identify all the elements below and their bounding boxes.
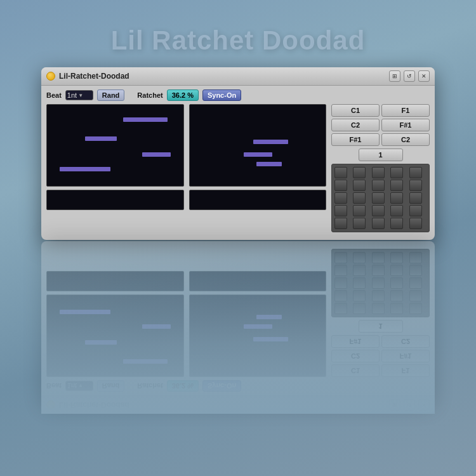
pad-8[interactable] [390, 290, 403, 301]
pad-9[interactable] [409, 180, 422, 191]
pad-23[interactable] [390, 218, 403, 229]
beat-piano-roll[interactable] [46, 294, 184, 377]
ratchet-bottom-bar [189, 271, 327, 291]
minimize-button[interactable]: ⊞ [389, 399, 400, 411]
pad-14[interactable] [409, 277, 422, 289]
single-btn-wrapper: 1 [331, 149, 430, 161]
note-btn-f1[interactable]: F1 [381, 364, 430, 377]
percentage-button[interactable]: 36.2 % [167, 380, 199, 392]
ratchet-note-bar [244, 324, 272, 329]
beat-note-bar [85, 136, 117, 141]
pad-15[interactable] [334, 265, 347, 276]
pad-5[interactable] [334, 180, 347, 191]
pad-1[interactable] [353, 303, 366, 314]
pad-4[interactable] [409, 167, 422, 178]
pad-20[interactable] [334, 252, 347, 263]
minimize-button[interactable]: ⊞ [389, 70, 400, 82]
note-btn-fsharp1-a[interactable]: F#1 [381, 119, 430, 131]
refresh-button[interactable]: ↺ [404, 70, 415, 82]
pad-8[interactable] [390, 180, 403, 191]
app-title: Lil Ratchet Doodad [111, 25, 366, 56]
rand-button[interactable]: Rand [97, 380, 125, 392]
pad-16[interactable] [353, 205, 366, 216]
note-btn-c2-b[interactable]: C2 [381, 133, 430, 146]
ratchet-section: Ratchet 36.2 % Sync-On [137, 89, 241, 101]
beat-bottom-bar [46, 190, 184, 210]
pad-5[interactable] [334, 290, 347, 301]
pad-17[interactable] [372, 205, 385, 216]
pad-23[interactable] [390, 252, 403, 263]
pad-22[interactable] [372, 252, 385, 263]
pad-20[interactable] [334, 218, 347, 229]
pad-13[interactable] [390, 277, 403, 289]
sync-button[interactable]: Sync-On [202, 380, 241, 392]
rand-button[interactable]: Rand [97, 89, 125, 101]
pad-12[interactable] [372, 192, 385, 204]
pad-7[interactable] [372, 180, 385, 191]
pad-0[interactable] [334, 303, 347, 314]
beat-panel [46, 271, 184, 377]
pad-16[interactable] [353, 265, 366, 276]
pad-17[interactable] [372, 265, 385, 276]
pad-21[interactable] [353, 252, 366, 263]
pad-4[interactable] [409, 303, 422, 314]
pad-9[interactable] [409, 290, 422, 301]
pad-10[interactable] [334, 192, 347, 204]
pad-13[interactable] [390, 192, 403, 204]
note-btn-fsharp1-b[interactable]: F#1 [331, 335, 380, 348]
pad-18[interactable] [390, 265, 403, 276]
pad-11[interactable] [353, 277, 366, 289]
pad-11[interactable] [353, 192, 366, 204]
pad-19[interactable] [409, 205, 422, 216]
pad-6[interactable] [353, 180, 366, 191]
pad-24[interactable] [409, 252, 422, 263]
pad-2[interactable] [372, 167, 385, 178]
single-button[interactable]: 1 [359, 320, 403, 333]
note-btn-c2-b[interactable]: C2 [381, 335, 430, 348]
beat-dropdown[interactable]: 1nt ▼ [65, 381, 93, 391]
close-button[interactable]: ✕ [418, 399, 430, 411]
pad-19[interactable] [409, 265, 422, 276]
beat-piano-roll[interactable] [46, 104, 184, 187]
ratchet-note-bar [256, 315, 282, 319]
pad-3[interactable] [390, 303, 403, 314]
beat-dropdown[interactable]: 1nt ▼ [65, 90, 93, 100]
beat-panel [46, 104, 184, 210]
beat-dropdown-value: 1nt [67, 91, 77, 99]
note-btn-fsharp1-a[interactable]: F#1 [381, 350, 430, 362]
pad-18[interactable] [390, 205, 403, 216]
percentage-button[interactable]: 36.2 % [167, 89, 199, 101]
pad-7[interactable] [372, 290, 385, 301]
ratchet-panel [189, 271, 327, 377]
single-button[interactable]: 1 [359, 149, 403, 161]
note-btn-c1[interactable]: C1 [331, 104, 380, 117]
note-btn-c1[interactable]: C1 [331, 364, 380, 377]
pad-24[interactable] [409, 218, 422, 229]
pad-21[interactable] [353, 218, 366, 229]
ratchet-piano-roll[interactable] [189, 104, 327, 187]
beat-note-bar [123, 117, 168, 122]
refresh-button[interactable]: ↺ [404, 399, 415, 411]
note-btn-f1[interactable]: F1 [381, 104, 430, 117]
close-button[interactable]: ✕ [418, 70, 430, 82]
dropdown-arrow-icon: ▼ [78, 93, 83, 98]
pad-12[interactable] [372, 277, 385, 289]
pad-6[interactable] [353, 290, 366, 301]
note-btn-c2[interactable]: C2 [331, 119, 380, 131]
pad-3[interactable] [390, 167, 403, 178]
pad-14[interactable] [409, 192, 422, 204]
pad-1[interactable] [353, 167, 366, 178]
pad-10[interactable] [334, 277, 347, 289]
pad-15[interactable] [334, 205, 347, 216]
ratchet-piano-roll[interactable] [189, 294, 327, 377]
note-btn-fsharp1-b[interactable]: F#1 [331, 133, 380, 146]
pad-0[interactable] [334, 167, 347, 178]
title-bar: Lil-Ratchet-Doodad ⊞ ↺ ✕ [41, 395, 435, 414]
pad-2[interactable] [372, 303, 385, 314]
ratchet-bottom-bar [189, 190, 327, 210]
note-btn-c2[interactable]: C2 [331, 350, 380, 362]
beat-note-bar [60, 167, 110, 171]
pad-22[interactable] [372, 218, 385, 229]
pads-grid [331, 249, 430, 317]
sync-button[interactable]: Sync-On [202, 89, 241, 101]
